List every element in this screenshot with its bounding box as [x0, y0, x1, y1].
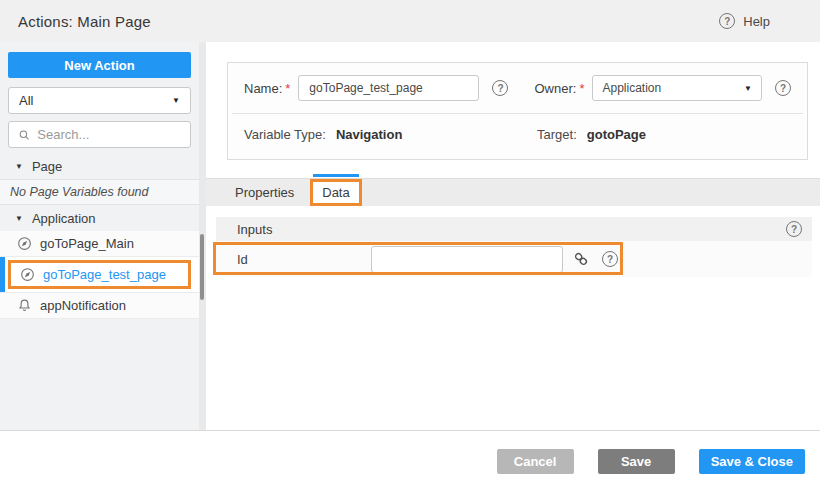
- collapse-caret-icon: ▼: [15, 162, 23, 171]
- owner-select[interactable]: Application ▼: [592, 75, 762, 101]
- search-icon: [18, 128, 30, 142]
- save-button[interactable]: Save: [598, 449, 675, 474]
- name-label: Name: *: [244, 81, 290, 96]
- tree-group-label: Application: [32, 211, 96, 226]
- inputs-section: Inputs ? Id ?: [216, 217, 812, 277]
- input-row-id: Id ?: [216, 241, 812, 277]
- help-label: Help: [743, 14, 770, 29]
- bind-variable-button[interactable]: [573, 251, 589, 267]
- required-marker: *: [579, 81, 584, 96]
- tree-item-label: goToPage_Main: [40, 236, 134, 251]
- navigation-icon: [20, 267, 35, 282]
- tab-label: Properties: [235, 185, 294, 200]
- inputs-section-header: Inputs ?: [216, 217, 812, 241]
- owner-help-icon[interactable]: ?: [775, 80, 791, 96]
- target-pair: Target: gotoPage: [537, 127, 646, 142]
- tree-item-appnotification[interactable]: appNotification: [0, 293, 199, 319]
- filter-dropdown-value: All: [19, 93, 33, 108]
- chevron-down-icon: ▼: [172, 96, 180, 105]
- id-help-icon[interactable]: ?: [602, 251, 618, 267]
- tab-properties[interactable]: Properties: [226, 179, 303, 206]
- variable-tree: ▼ Page No Page Variables found ▼ Applica…: [0, 153, 199, 319]
- tree-item-label: appNotification: [40, 298, 126, 313]
- footer: Cancel Save Save & Close: [0, 431, 820, 490]
- navigation-icon: [17, 236, 32, 251]
- bell-icon: [17, 298, 32, 313]
- owner-select-value: Application: [602, 81, 661, 95]
- main-panel: Name: * ? Owner: * Application ▼ ? Va: [206, 42, 820, 430]
- owner-label: Owner: *: [534, 81, 584, 96]
- collapse-caret-icon: ▼: [15, 214, 23, 223]
- tree-group-application[interactable]: ▼ Application: [0, 205, 199, 231]
- page-header: Actions: Main Page ? Help: [0, 0, 820, 42]
- type-target-row: Variable Type: Navigation Target: gotoPa…: [228, 114, 807, 142]
- id-label: Id: [237, 252, 371, 267]
- tree-item-label: goToPage_test_page: [43, 267, 166, 282]
- variable-type-value: Navigation: [336, 127, 402, 142]
- help-icon: ?: [719, 13, 735, 29]
- chevron-down-icon: ▼: [744, 84, 752, 93]
- tree-group-label: Page: [32, 159, 62, 174]
- tree-item-gotopage-test-page[interactable]: goToPage_test_page: [0, 257, 199, 293]
- variable-type-label: Variable Type:: [244, 127, 326, 142]
- tab-label: Data: [322, 185, 349, 200]
- link-icon: [573, 251, 589, 267]
- tree-item-gotopage-main[interactable]: goToPage_Main: [0, 231, 199, 257]
- name-help-icon[interactable]: ?: [492, 80, 508, 96]
- sidebar-scrollbar[interactable]: [199, 42, 206, 430]
- save-and-close-button[interactable]: Save & Close: [699, 449, 805, 474]
- tree-group-page[interactable]: ▼ Page: [0, 153, 199, 179]
- search-input[interactable]: [37, 127, 181, 142]
- name-owner-row: Name: * ? Owner: * Application ▼ ?: [228, 63, 807, 101]
- id-field[interactable]: [371, 246, 563, 273]
- active-tab-indicator: [313, 174, 358, 177]
- inputs-title: Inputs: [237, 222, 272, 237]
- annotation-box: goToPage_test_page: [8, 260, 191, 289]
- sidebar: New Action All ▼ ▼ Page No Page Variable…: [0, 42, 199, 430]
- app-window: Actions: Main Page ? Help New Action All…: [0, 0, 820, 490]
- new-action-button[interactable]: New Action: [8, 52, 191, 78]
- page-title: Actions: Main Page: [18, 13, 151, 30]
- variable-type-pair: Variable Type: Navigation: [244, 127, 537, 142]
- required-marker: *: [285, 81, 290, 96]
- footer-buttons: Cancel Save Save & Close: [497, 449, 805, 474]
- name-field[interactable]: [298, 75, 479, 101]
- tab-data[interactable]: Data: [310, 179, 361, 206]
- cancel-button[interactable]: Cancel: [497, 449, 574, 474]
- tab-bar: Properties Data: [206, 178, 820, 206]
- page-empty-message: No Page Variables found: [0, 179, 199, 205]
- filter-dropdown[interactable]: All ▼: [8, 87, 191, 114]
- search-box: [8, 121, 191, 148]
- target-value: gotoPage: [587, 127, 646, 142]
- inputs-help-icon[interactable]: ?: [786, 221, 802, 237]
- target-label: Target:: [537, 127, 577, 142]
- scrollbar-thumb[interactable]: [200, 234, 204, 300]
- help-link[interactable]: ? Help: [719, 13, 770, 29]
- action-properties-card: Name: * ? Owner: * Application ▼ ? Va: [227, 62, 808, 160]
